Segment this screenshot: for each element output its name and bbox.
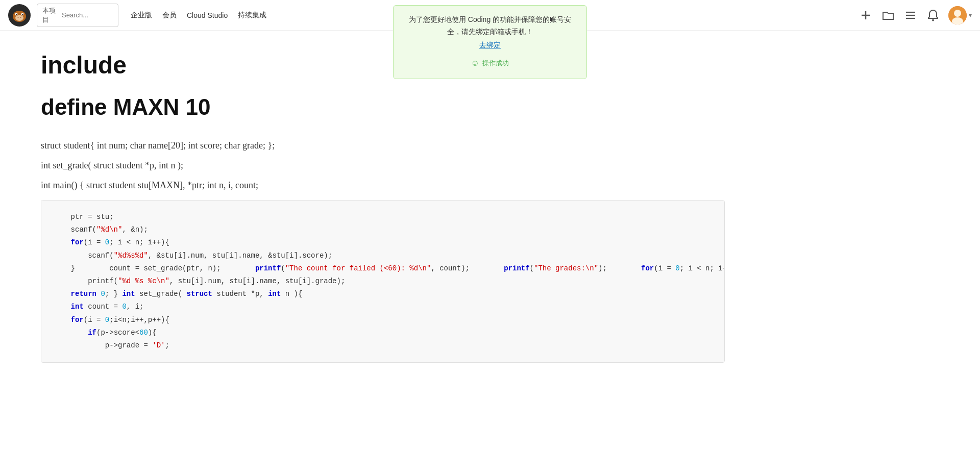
list-icon[interactable] [903,8,918,22]
app-logo[interactable] [8,4,31,27]
toast-message: 为了您更好地使用 Coding 的功能并保障您的账号安全，请先绑定邮箱或手机！ [404,14,576,38]
avatar-chevron-icon: ▾ [969,12,972,19]
toast-success: ☺ 操作成功 [404,56,576,70]
toast-success-label: 操作成功 [482,58,509,69]
toast-box: 为了您更好地使用 Coding 的功能并保障您的账号安全，请先绑定邮箱或手机！ … [393,5,587,79]
success-smiley-icon: ☺ [471,56,479,70]
toast-link[interactable]: 去绑定 [404,39,576,52]
svg-point-18 [954,10,961,17]
user-avatar[interactable]: ▾ [948,6,972,24]
int-main-line: int main() { struct student stu[MAXN], *… [41,180,725,191]
svg-point-10 [20,17,21,18]
svg-point-7 [16,14,17,15]
code-block: ptr = stu; scanf("%d\n", &n); for(i = 0;… [41,200,725,363]
folder-icon[interactable] [881,8,895,22]
main-content: include define MAXN 10 struct student{ i… [0,31,766,383]
search-input[interactable] [62,11,113,19]
nav-member[interactable]: 会员 [162,11,177,20]
int-set-grade-line: int set_grade( struct student *p, int n … [41,160,725,171]
nav-enterprise[interactable]: 企业版 [131,11,152,20]
bell-icon[interactable] [926,8,940,22]
add-icon[interactable] [859,8,873,22]
heading-include: include [41,51,725,79]
navbar-right: ▾ [859,6,972,24]
toast-notification: 为了您更好地使用 Coding 的功能并保障您的账号安全，请先绑定邮箱或手机！ … [393,5,587,79]
svg-point-9 [17,17,18,18]
project-label: 本项目 [42,6,59,24]
avatar-image [948,6,967,24]
search-box[interactable]: 本项目 [37,4,118,27]
nav-cloud-studio[interactable]: Cloud Studio [187,11,228,19]
svg-point-16 [932,19,934,21]
struct-line: struct student{ int num; char name[20]; … [41,140,725,151]
nav-cicd[interactable]: 持续集成 [238,11,266,20]
heading-define: define MAXN 10 [41,94,725,120]
svg-point-8 [22,14,23,15]
